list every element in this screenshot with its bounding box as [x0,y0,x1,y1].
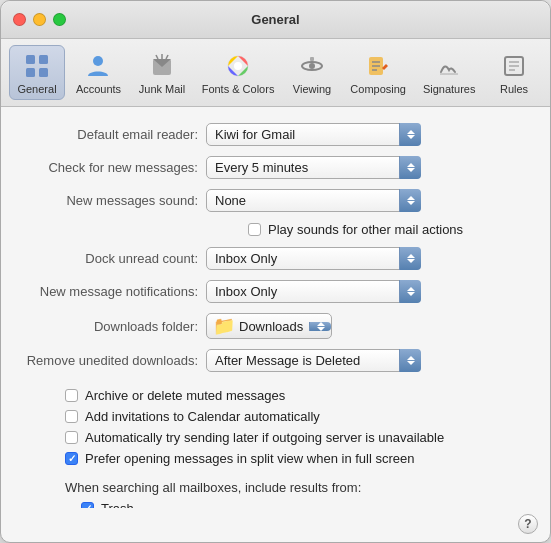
check-new-messages-arrow[interactable] [399,156,421,179]
toolbar-item-signatures[interactable]: Signatures [416,45,482,100]
dock-unread-arrow[interactable] [399,247,421,270]
arrow-down-icon [407,292,415,296]
toolbar-item-junk-mail[interactable]: Junk Mail [132,45,192,100]
arrow-down-icon [407,135,415,139]
svg-rect-0 [26,55,35,64]
spacer2 [21,472,530,480]
toolbar-item-accounts[interactable]: Accounts [69,45,128,100]
default-email-reader-label: Default email reader: [21,127,206,142]
new-message-notifications-label: New message notifications: [21,284,206,299]
default-email-reader-arrow[interactable] [399,123,421,146]
new-messages-sound-arrow[interactable] [399,189,421,212]
arrow-up-icon [407,254,415,258]
signatures-icon [433,50,465,82]
arrow-up-icon [407,163,415,167]
svg-line-9 [166,55,168,59]
trash-label: Trash [101,501,134,508]
arrow-up-icon [407,196,415,200]
trash-row: Trash [21,501,530,508]
bottom-bar: ? [1,508,550,542]
svg-rect-2 [26,68,35,77]
dock-unread-label: Dock unread count: [21,251,206,266]
toolbar-label-general: General [17,83,56,95]
svg-point-13 [309,63,315,69]
downloads-folder-btn[interactable]: 📁 Downloads [207,314,309,338]
play-sounds-label: Play sounds for other mail actions [268,222,463,237]
check-new-messages-control: Every 5 minutes [206,156,530,179]
accounts-icon [82,50,114,82]
viewing-icon [296,50,328,82]
svg-rect-1 [39,55,48,64]
toolbar-label-accounts: Accounts [76,83,121,95]
search-section-text: When searching all mailboxes, include re… [65,480,361,495]
toolbar-label-viewing: Viewing [293,83,331,95]
remove-unedited-select[interactable]: After Message is Deleted [206,349,421,372]
search-section-label: When searching all mailboxes, include re… [21,480,530,495]
archive-delete-checkbox[interactable] [65,389,78,402]
add-invitations-checkbox[interactable] [65,410,78,423]
archive-delete-row: Archive or delete muted messages [21,388,530,403]
check-new-messages-select[interactable]: Every 5 minutes [206,156,421,179]
auto-send-label: Automatically try sending later if outgo… [85,430,444,445]
remove-unedited-arrow[interactable] [399,349,421,372]
play-sounds-row: Play sounds for other mail actions [21,222,530,237]
dock-unread-row: Dock unread count: Inbox Only [21,247,530,270]
new-messages-sound-label: New messages sound: [21,193,206,208]
arrow-down-icon [407,168,415,172]
svg-rect-14 [310,57,314,61]
main-window: General General Accounts [0,0,551,543]
folder-icon: 📁 [213,317,235,335]
content-area: Default email reader: Kiwi for Gmail Che… [1,107,550,508]
rules-icon [498,50,530,82]
play-sounds-checkbox[interactable] [248,223,261,236]
toolbar-item-fonts-colors[interactable]: Fonts & Colors [196,45,280,100]
toolbar-item-general[interactable]: General [9,45,65,100]
toolbar-label-signatures: Signatures [423,83,476,95]
new-messages-sound-select[interactable]: None [206,189,421,212]
toolbar-label-junk-mail: Junk Mail [139,83,185,95]
auto-send-checkbox[interactable] [65,431,78,444]
downloads-folder-value: Downloads [239,319,303,334]
arrow-up-icon [407,287,415,291]
arrow-down-icon [407,201,415,205]
toolbar-item-composing[interactable]: Composing [344,45,412,100]
window-controls [13,13,66,26]
remove-unedited-control: After Message is Deleted [206,349,530,372]
new-message-notifications-select[interactable]: Inbox Only [206,280,421,303]
new-message-notifications-arrow[interactable] [399,280,421,303]
check-new-messages-label: Check for new messages: [21,160,206,175]
check-new-messages-row: Check for new messages: Every 5 minutes [21,156,530,179]
arrow-up-icon [407,130,415,134]
arrow-up-icon [407,356,415,360]
arrow-down-icon [407,259,415,263]
default-email-reader-select[interactable]: Kiwi for Gmail [206,123,421,146]
svg-rect-3 [39,68,48,77]
dock-unread-select[interactable]: Inbox Only [206,247,421,270]
downloads-folder-control: 📁 Downloads [206,313,530,339]
minimize-button[interactable] [33,13,46,26]
toolbar-label-rules: Rules [500,83,528,95]
title-bar: General [1,1,550,39]
arrow-up-icon [317,322,325,326]
new-message-notifications-control: Inbox Only [206,280,530,303]
help-button[interactable]: ? [518,514,538,534]
toolbar-item-rules[interactable]: Rules [486,45,542,100]
svg-line-7 [156,55,158,59]
downloads-folder-row: Downloads folder: 📁 Downloads [21,313,530,339]
prefer-split-checkbox[interactable] [65,452,78,465]
remove-unedited-row: Remove unedited downloads: After Message… [21,349,530,372]
auto-send-row: Automatically try sending later if outgo… [21,430,530,445]
new-message-notifications-row: New message notifications: Inbox Only [21,280,530,303]
toolbar-label-composing: Composing [350,83,406,95]
toolbar-item-viewing[interactable]: Viewing [284,45,340,100]
svg-point-4 [93,56,103,66]
toolbar-label-fonts-colors: Fonts & Colors [202,83,275,95]
downloads-folder-arrow[interactable] [309,322,331,331]
prefer-split-row: Prefer opening messages in split view wh… [21,451,530,466]
general-icon [21,50,53,82]
add-invitations-label: Add invitations to Calendar automaticall… [85,409,320,424]
close-button[interactable] [13,13,26,26]
maximize-button[interactable] [53,13,66,26]
composing-icon [362,50,394,82]
junk-mail-icon [146,50,178,82]
